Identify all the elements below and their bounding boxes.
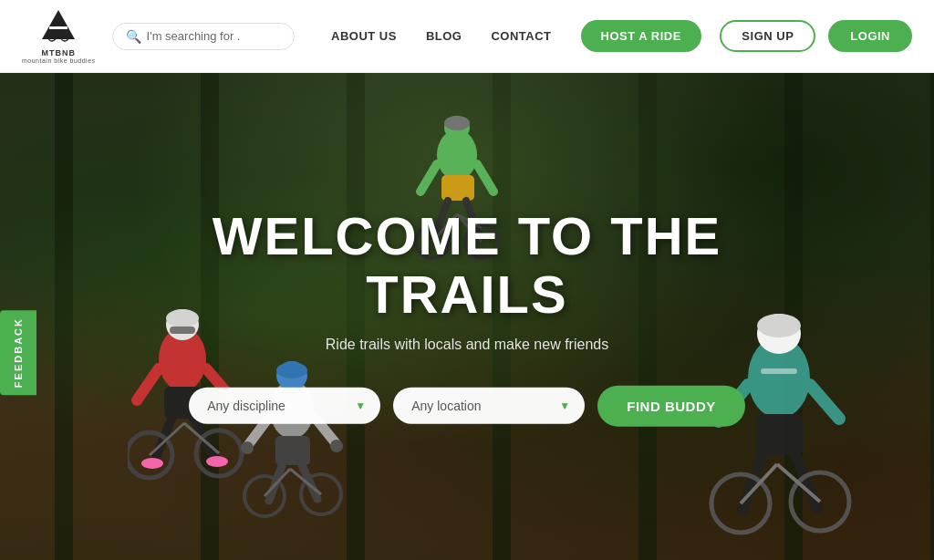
find-buddy-button[interactable]: FIND BUDDY — [597, 385, 745, 426]
nav-blog[interactable]: BLOG — [426, 29, 462, 43]
hero-title: WELCOME TO THE TRAILS — [148, 207, 786, 324]
svg-point-8 — [444, 116, 470, 130]
feedback-tab[interactable]: FEEDBACK — [0, 310, 36, 395]
svg-marker-0 — [42, 10, 75, 39]
host-ride-button[interactable]: HOST A RIDE — [581, 20, 701, 52]
logo[interactable]: MTBNB mountain bike buddies — [22, 8, 96, 64]
location-label: Any location — [411, 399, 481, 413]
navbar: MTBNB mountain bike buddies 🔍 I'm search… — [0, 0, 934, 73]
nav-about[interactable]: ABOUT US — [331, 29, 397, 43]
svg-point-42 — [241, 441, 254, 454]
svg-line-10 — [420, 164, 437, 192]
logo-text: MTBNB — [42, 48, 77, 57]
svg-point-29 — [206, 456, 228, 467]
logo-icon — [40, 8, 77, 43]
nav-links: ABOUT US BLOG CONTACT HOST A RIDE — [313, 20, 721, 52]
signup-button[interactable]: SIGN UP — [720, 20, 815, 52]
search-icon: 🔍 — [126, 29, 141, 44]
svg-rect-9 — [441, 175, 474, 201]
search-bar: Any discipline ▼ Any location ▼ FIND BUD… — [148, 385, 786, 426]
nav-contact[interactable]: CONTACT — [491, 29, 551, 43]
hero-content: WELCOME TO THE TRAILS Ride trails with l… — [148, 207, 786, 427]
discipline-label: Any discipline — [207, 399, 285, 413]
svg-point-43 — [330, 440, 343, 452]
nav-auth: SIGN UP LOGIN — [720, 20, 912, 52]
location-arrow-icon: ▼ — [559, 399, 570, 412]
hero-subtitle: Ride trails with locals and make new fri… — [148, 336, 786, 352]
search-label: I'm searching for . — [147, 29, 241, 43]
svg-point-28 — [141, 458, 163, 469]
logo-subtext: mountain bike buddies — [22, 57, 96, 64]
login-button[interactable]: LOGIN — [828, 20, 912, 52]
discipline-arrow-icon: ▼ — [355, 399, 366, 412]
hero-section: WELCOME TO THE TRAILS Ride trails with l… — [0, 73, 934, 560]
svg-rect-1 — [49, 26, 67, 29]
discipline-select[interactable]: Any discipline ▼ — [189, 388, 380, 424]
location-select[interactable]: Any location ▼ — [393, 388, 585, 424]
svg-line-11 — [477, 164, 493, 192]
search-box[interactable]: 🔍 I'm searching for . — [112, 23, 295, 50]
svg-line-53 — [810, 385, 839, 419]
